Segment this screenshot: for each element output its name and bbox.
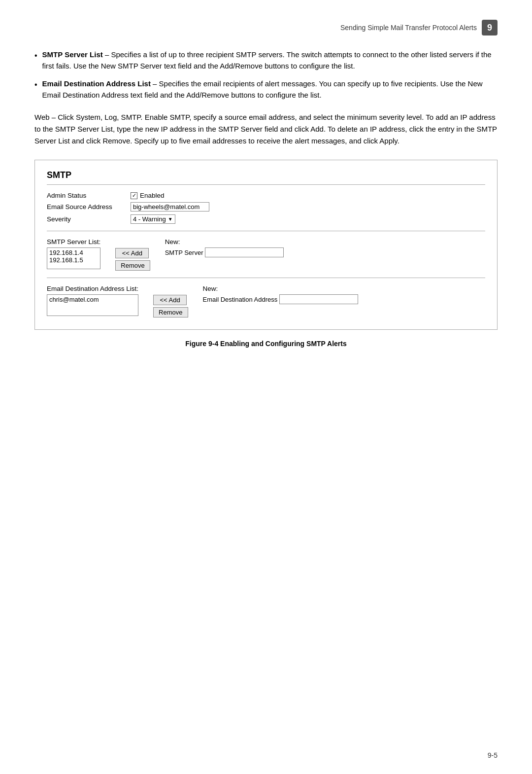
email-dest-section: Email Destination Address List: chris@ma… xyxy=(47,285,485,317)
bullet-bold-2: Email Destination Address List xyxy=(42,79,151,88)
page-header: Sending Simple Mail Transfer Protocol Al… xyxy=(34,20,498,35)
email-dest-new-label: New: xyxy=(203,285,359,292)
email-dest-list-col: Email Destination Address List: chris@ma… xyxy=(47,285,138,316)
smtp-server-input-label: SMTP Server xyxy=(165,249,203,256)
smtp-btn-col: << Add Remove xyxy=(115,248,150,271)
severity-select[interactable]: 4 - Warning ▼ xyxy=(131,214,175,224)
smtp-remove-button[interactable]: Remove xyxy=(115,260,150,271)
email-dest-new-input-row: Email Destination Address xyxy=(203,294,359,304)
email-dest-list-box[interactable]: chris@matel.com xyxy=(47,294,138,316)
enabled-checkbox[interactable]: ✓ xyxy=(131,192,137,199)
bullet-section: • SMTP Server List – Specifies a list of… xyxy=(34,49,498,101)
severity-row: Severity 4 - Warning ▼ xyxy=(47,214,485,224)
divider-1 xyxy=(47,231,485,231)
email-source-row: Email Source Address big-wheels@matel.co… xyxy=(47,202,485,211)
smtp-add-button[interactable]: << Add xyxy=(115,248,149,258)
header-title: Sending Simple Mail Transfer Protocol Al… xyxy=(340,24,477,32)
smtp-new-input-row: SMTP Server xyxy=(165,247,284,257)
smtp-server-input[interactable] xyxy=(205,247,284,257)
email-source-label: Email Source Address xyxy=(47,203,131,211)
severity-label: Severity xyxy=(47,215,131,223)
smtp-box: SMTP Admin Status ✓ Enabled Email Source… xyxy=(34,160,498,330)
smtp-server-list-box[interactable]: 192.168.1.4 192.168.1.5 xyxy=(47,247,100,269)
enabled-label: Enabled xyxy=(140,192,165,199)
smtp-server-list-label: SMTP Server List: xyxy=(47,238,100,246)
bullet-text-2: Email Destination Address List – Specifi… xyxy=(42,78,498,101)
smtp-new-label: New: xyxy=(165,238,284,246)
email-dest-input[interactable] xyxy=(279,294,358,304)
email-source-value: big-wheels@matel.com xyxy=(131,202,209,211)
select-arrow-icon: ▼ xyxy=(168,216,173,222)
paragraph-section: Web – Click System, Log, SMTP. Enable SM… xyxy=(34,111,498,147)
figure-caption: Figure 9-4 Enabling and Configuring SMTP… xyxy=(34,340,498,348)
severity-value: 4 - Warning xyxy=(133,215,166,223)
bullet-item-smtp-server: • SMTP Server List – Specifies a list of… xyxy=(34,49,498,71)
bullet-bold-1: SMTP Server List xyxy=(42,50,103,59)
bullet-item-email-dest: • Email Destination Address List – Speci… xyxy=(34,78,498,101)
divider-2 xyxy=(47,278,485,278)
paragraph-text: Web – Click System, Log, SMTP. Enable SM… xyxy=(34,111,498,147)
smtp-server-list-col: SMTP Server List: 192.168.1.4 192.168.1.… xyxy=(47,238,100,269)
smtp-server-item-2: 192.168.1.5 xyxy=(49,256,98,264)
email-dest-list-label: Email Destination Address List: xyxy=(47,285,138,292)
smtp-server-item-1: 192.168.1.4 xyxy=(49,249,98,256)
bullet-dot-2: • xyxy=(34,79,37,101)
email-dest-remove-button[interactable]: Remove xyxy=(153,307,188,317)
email-dest-add-button[interactable]: << Add xyxy=(153,295,187,305)
bullet-text-1: SMTP Server List – Specifies a list of u… xyxy=(42,49,498,71)
smtp-new-col: New: SMTP Server xyxy=(165,238,284,257)
admin-status-label: Admin Status xyxy=(47,192,131,199)
admin-status-row: Admin Status ✓ Enabled xyxy=(47,192,485,199)
smtp-server-section: SMTP Server List: 192.168.1.4 192.168.1.… xyxy=(47,238,485,271)
email-dest-item-1: chris@matel.com xyxy=(49,296,136,303)
enabled-checkbox-area[interactable]: ✓ Enabled xyxy=(131,192,165,199)
bullet-dot-1: • xyxy=(34,50,37,71)
email-dest-new-col: New: Email Destination Address xyxy=(203,285,359,304)
smtp-title: SMTP xyxy=(47,170,485,185)
email-dest-btn-col: << Add Remove xyxy=(153,295,188,317)
page-number: 9-5 xyxy=(488,751,498,759)
chapter-icon: 9 xyxy=(482,20,498,35)
email-dest-input-label: Email Destination Address xyxy=(203,296,278,303)
bullet-rest-1: – Specifies a list of up to three recipi… xyxy=(42,50,492,70)
admin-status-value: ✓ Enabled xyxy=(131,192,165,199)
